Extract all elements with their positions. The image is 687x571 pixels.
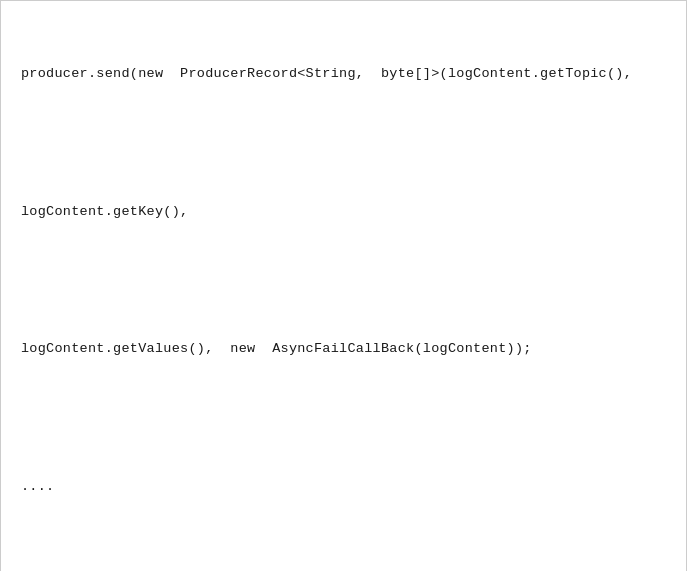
empty-line-3	[21, 407, 666, 430]
code-container: producer.send(new ProducerRecord<String,…	[0, 0, 687, 571]
code-line-2: logContent.getKey(),	[21, 201, 666, 224]
empty-line-1	[21, 132, 666, 155]
code-line-4: ....	[21, 476, 666, 499]
code-block: producer.send(new ProducerRecord<String,…	[21, 17, 666, 571]
code-line-1: producer.send(new ProducerRecord<String,…	[21, 63, 666, 86]
empty-line-4	[21, 545, 666, 568]
code-line-3: logContent.getValues(), new AsyncFailCal…	[21, 338, 666, 361]
empty-line-2	[21, 269, 666, 292]
